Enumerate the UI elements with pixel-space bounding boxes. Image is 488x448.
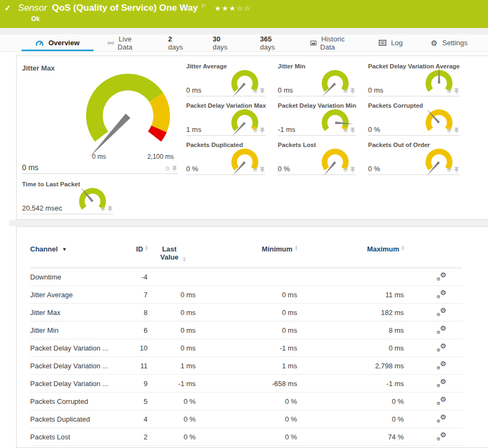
sort-desc-icon[interactable]: ▾	[63, 246, 66, 252]
channel-settings-gears-icon[interactable]: ⚙⚙	[436, 379, 446, 388]
tab-30-days[interactable]: 30 days	[199, 34, 246, 51]
pin-icon[interactable]	[454, 128, 459, 134]
channel-settings-gears-icon[interactable]: ⚙⚙	[436, 290, 446, 299]
tab-historic-data[interactable]: Historic Data	[296, 34, 365, 51]
gauge-tile-packets-duplicated: Packets Duplicated 0 % ⚙	[186, 142, 266, 175]
channel-minimum: 0 ms	[282, 291, 297, 299]
gauge-tile-packets-out-of-order: Packets Out of Order 0 % ⚙	[368, 142, 459, 175]
channel-settings-gears-icon[interactable]: ⚙⚙	[436, 397, 446, 405]
channel-name: Jitter Average	[30, 291, 73, 299]
column-header-last-value[interactable]: Last Value	[158, 245, 181, 261]
channel-table-body: Downtime -4 ⚙⚙ Jitter Average 7 0 ms 0 m…	[30, 268, 463, 446]
channel-name: Jitter Min	[30, 326, 59, 334]
tab-overview[interactable]: Overview	[22, 34, 94, 51]
gear-icon[interactable]: ⚙	[343, 88, 348, 94]
sort-arrows-icon[interactable]: ▴▾	[402, 246, 404, 254]
column-header-maximum[interactable]: Maximum	[367, 245, 399, 253]
flag-icon[interactable]: ⚐	[201, 3, 206, 10]
channel-settings-gears-icon[interactable]: ⚙⚙	[436, 344, 446, 352]
gear-icon[interactable]: ⚙	[447, 128, 452, 134]
channel-last-value: 0 %	[183, 397, 195, 405]
table-row: Packet Delay Variation ... 10 0 ms -1 ms…	[30, 339, 463, 357]
pin-icon[interactable]	[454, 88, 459, 94]
pin-icon[interactable]	[172, 166, 177, 172]
tab-label: days	[260, 43, 274, 51]
channel-settings-gears-icon[interactable]: ⚙⚙	[436, 272, 446, 281]
pin-icon[interactable]	[260, 128, 265, 134]
gauge-tile-pdv-min: Packet Delay Variation Min -1 ms ⚙	[278, 102, 356, 136]
priority-stars[interactable]: ★★★☆☆	[215, 4, 251, 12]
status-badge: Ok	[31, 15, 483, 23]
column-header-channel[interactable]: Channel	[30, 245, 58, 253]
channel-settings-gears-icon[interactable]: ⚙⚙	[436, 361, 446, 370]
tile-value: 0 ms	[278, 86, 293, 94]
pin-icon[interactable]	[350, 167, 355, 173]
channel-maximum: 182 ms	[381, 309, 404, 317]
gear-icon[interactable]: ⚙	[252, 128, 258, 134]
channel-maximum: 74 %	[388, 433, 404, 441]
pin-icon[interactable]	[350, 128, 355, 134]
gear-icon[interactable]: ⚙	[252, 88, 258, 94]
gauge-scale-max: 2,100 ms	[147, 153, 174, 160]
channel-minimum: -658 ms	[272, 380, 297, 388]
channel-table-header: Channel ▾ ID ▴▾ Last Value ▴▾ Minimum ▴▾…	[30, 245, 463, 268]
jitter-max-gauge	[79, 68, 178, 160]
channel-last-value: 0 %	[183, 433, 195, 441]
channel-settings-gears-icon[interactable]: ⚙⚙	[436, 415, 446, 423]
channel-name: Packet Delay Variation ...	[30, 344, 108, 352]
gauge-tile-jitter-min: Jitter Min 0 ms ⚙	[278, 63, 356, 96]
tab-label: days	[168, 43, 183, 51]
gear-icon[interactable]: ⚙	[100, 206, 105, 212]
table-row: Packets Duplicated 4 0 % 0 % 0 % ⚙⚙	[30, 410, 463, 428]
table-row: Jitter Max 8 0 ms 0 ms 182 ms ⚙⚙	[30, 304, 463, 321]
tab-log[interactable]: Log	[365, 34, 417, 51]
channel-last-value: 0 ms	[180, 291, 195, 299]
channel-settings-gears-icon[interactable]: ⚙⚙	[436, 326, 446, 334]
gear-icon[interactable]: ⚙	[343, 167, 348, 173]
gear-icon[interactable]: ⚙	[447, 167, 452, 173]
channel-name: Downtime	[30, 273, 61, 281]
channel-id: 7	[144, 291, 147, 299]
pin-icon[interactable]	[350, 88, 355, 94]
gear-icon[interactable]: ⚙	[447, 88, 452, 94]
sort-arrows-icon[interactable]: ▴▾	[183, 257, 186, 262]
channel-maximum: 8 ms	[388, 326, 404, 334]
sensor-header: ✓ Sensor QoS (Quality of Service) One Wa…	[0, 0, 488, 28]
gear-icon[interactable]: ⚙	[252, 167, 258, 173]
tab-label: Live Data	[118, 35, 132, 51]
channel-settings-gears-icon[interactable]: ⚙⚙	[436, 432, 446, 441]
sort-arrows-icon[interactable]: ▴▾	[295, 246, 298, 254]
sort-arrows-icon[interactable]: ▴▾	[146, 246, 148, 254]
tile-value: 0 ms	[186, 86, 201, 94]
gauge-icon	[36, 40, 44, 46]
gauge-tile-time-to-last-packet: Time to Last Packet 20,542 msec ⚙	[22, 181, 114, 214]
tab-live-data[interactable]: Live Data	[94, 34, 154, 51]
pin-icon[interactable]	[260, 167, 265, 173]
tab-2-days[interactable]: 2 days	[154, 34, 199, 51]
column-header-id[interactable]: ID	[136, 245, 143, 253]
gauge-tile-packets-lost: Packets Lost 0 % ⚙	[278, 142, 356, 175]
table-row: Packet Delay Variation ... 9 -1 ms -658 …	[30, 375, 463, 393]
tile-value: 0 %	[368, 165, 380, 173]
tab-label: Log	[391, 39, 403, 47]
gauge-tile-packets-corrupted: Packets Corrupted 0 % ⚙	[368, 102, 459, 136]
channel-maximum: 2,798 ms	[375, 362, 404, 370]
tile-value: 0 %	[368, 125, 380, 134]
gauge-scale-min: 0 ms	[92, 153, 106, 160]
channel-settings-gears-icon[interactable]: ⚙⚙	[436, 308, 446, 317]
tab-settings[interactable]: ⚙ Settings	[416, 34, 482, 51]
pin-icon[interactable]	[454, 167, 459, 173]
pin-icon[interactable]	[108, 206, 112, 212]
channel-name: Jitter Max	[30, 309, 60, 317]
tab-365-days[interactable]: 365 days	[246, 34, 296, 51]
gauge-tile-jitter-average: Jitter Average 0 ms ⚙	[186, 63, 266, 96]
pin-icon[interactable]	[260, 88, 265, 94]
channel-id: 8	[144, 309, 147, 317]
column-header-minimum[interactable]: Minimum	[262, 245, 293, 253]
gear-icon[interactable]: ⚙	[165, 166, 170, 172]
gear-icon[interactable]: ⚙	[343, 128, 348, 134]
channel-id: 2	[144, 433, 147, 441]
table-row: Downtime -4 ⚙⚙	[30, 268, 463, 286]
channel-name: Packet Delay Variation ...	[30, 362, 108, 370]
channel-minimum: -1 ms	[280, 344, 298, 352]
